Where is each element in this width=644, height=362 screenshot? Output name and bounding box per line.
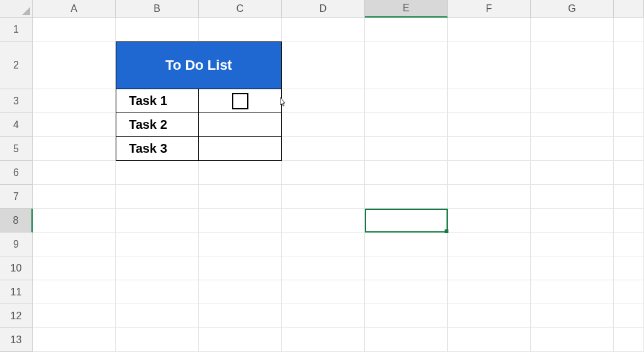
cell-F5[interactable]	[448, 137, 531, 161]
cell-A5[interactable]	[33, 137, 116, 161]
cell-F9[interactable]	[448, 233, 531, 256]
cell-A11[interactable]	[33, 280, 116, 304]
cell-C7[interactable]	[199, 185, 282, 209]
row-header-5[interactable]: 5	[0, 137, 33, 161]
cell-F8[interactable]	[448, 209, 531, 233]
row-header-13[interactable]: 13	[0, 328, 33, 352]
todo-check-1[interactable]	[199, 89, 282, 113]
cell-F13[interactable]	[448, 328, 531, 352]
cell-F1[interactable]	[448, 18, 531, 41]
cell-C8[interactable]	[199, 209, 282, 233]
col-header-D[interactable]: D	[282, 0, 365, 18]
cell-D11[interactable]	[282, 280, 365, 304]
row-header-3[interactable]: 3	[0, 89, 33, 113]
cell-D2[interactable]	[282, 41, 365, 89]
cell-D6[interactable]	[282, 161, 365, 185]
cell-E11[interactable]	[365, 280, 448, 304]
cell-E10[interactable]	[365, 256, 448, 280]
row-header-7[interactable]: 7	[0, 185, 33, 209]
col-header-B[interactable]: B	[116, 0, 199, 18]
cell-G7[interactable]	[531, 185, 614, 209]
row-header-11[interactable]: 11	[0, 280, 33, 304]
cell-B13[interactable]	[116, 328, 199, 352]
cell-E6[interactable]	[365, 161, 448, 185]
row-header-4[interactable]: 4	[0, 113, 33, 137]
cell-E7[interactable]	[365, 185, 448, 209]
cell-B6[interactable]	[116, 161, 199, 185]
cell-C12[interactable]	[199, 304, 282, 328]
cell-C9[interactable]	[199, 233, 282, 256]
cell-F7[interactable]	[448, 185, 531, 209]
col-header-G[interactable]: G	[531, 0, 614, 18]
todo-check-3[interactable]	[199, 137, 282, 161]
cell-G13[interactable]	[531, 328, 614, 352]
cell-F12[interactable]	[448, 304, 531, 328]
cell-D1[interactable]	[282, 18, 365, 41]
cell-F6[interactable]	[448, 161, 531, 185]
row-header-1[interactable]: 1	[0, 18, 33, 41]
cell-B1[interactable]	[116, 18, 199, 41]
cell-A6[interactable]	[33, 161, 116, 185]
cell-A9[interactable]	[33, 233, 116, 256]
cell-B11[interactable]	[116, 280, 199, 304]
cell-G4[interactable]	[531, 113, 614, 137]
todo-check-2[interactable]	[199, 113, 282, 137]
cell-G11[interactable]	[531, 280, 614, 304]
cell-E4[interactable]	[365, 113, 448, 137]
cell-G9[interactable]	[531, 233, 614, 256]
cell-C11[interactable]	[199, 280, 282, 304]
cell-B8[interactable]	[116, 209, 199, 233]
cell-G1[interactable]	[531, 18, 614, 41]
cell-G12[interactable]	[531, 304, 614, 328]
cell-F3[interactable]	[448, 89, 531, 113]
cell-E12[interactable]	[365, 304, 448, 328]
col-header-E[interactable]: E	[365, 0, 448, 18]
cell-E2[interactable]	[365, 41, 448, 89]
row-header-12[interactable]: 12	[0, 304, 33, 328]
cell-D7[interactable]	[282, 185, 365, 209]
cell-D9[interactable]	[282, 233, 365, 256]
cell-A10[interactable]	[33, 256, 116, 280]
row-header-2[interactable]: 2	[0, 41, 33, 89]
cell-D12[interactable]	[282, 304, 365, 328]
cell-D8[interactable]	[282, 209, 365, 233]
row-header-10[interactable]: 10	[0, 256, 33, 280]
cell-A7[interactable]	[33, 185, 116, 209]
todo-task-2[interactable]: Task 2	[116, 113, 199, 137]
cell-A13[interactable]	[33, 328, 116, 352]
cell-C13[interactable]	[199, 328, 282, 352]
cell-B9[interactable]	[116, 233, 199, 256]
row-header-8[interactable]: 8	[0, 209, 33, 233]
todo-task-3[interactable]: Task 3	[116, 137, 199, 161]
col-header-A[interactable]: A	[33, 0, 116, 18]
cell-E5[interactable]	[365, 137, 448, 161]
cell-E8[interactable]	[365, 209, 448, 233]
cell-G3[interactable]	[531, 89, 614, 113]
cell-C1[interactable]	[199, 18, 282, 41]
cell-A8[interactable]	[33, 209, 116, 233]
cell-G5[interactable]	[531, 137, 614, 161]
col-header-C[interactable]: C	[199, 0, 282, 18]
cell-A3[interactable]	[33, 89, 116, 113]
todo-task-1[interactable]: Task 1	[116, 89, 199, 113]
cell-A12[interactable]	[33, 304, 116, 328]
cell-D4[interactable]	[282, 113, 365, 137]
cell-G2[interactable]	[531, 41, 614, 89]
cell-E13[interactable]	[365, 328, 448, 352]
row-header-9[interactable]: 9	[0, 233, 33, 256]
cell-F2[interactable]	[448, 41, 531, 89]
cell-F10[interactable]	[448, 256, 531, 280]
cell-D5[interactable]	[282, 137, 365, 161]
cell-G6[interactable]	[531, 161, 614, 185]
cell-E9[interactable]	[365, 233, 448, 256]
cell-E1[interactable]	[365, 18, 448, 41]
cell-C10[interactable]	[199, 256, 282, 280]
cell-G8[interactable]	[531, 209, 614, 233]
col-header-F[interactable]: F	[448, 0, 531, 18]
cell-D3[interactable]	[282, 89, 365, 113]
cell-A4[interactable]	[33, 113, 116, 137]
cell-A2[interactable]	[33, 41, 116, 89]
cell-C6[interactable]	[199, 161, 282, 185]
todo-list-header[interactable]: To Do List	[116, 41, 282, 89]
cell-B7[interactable]	[116, 185, 199, 209]
